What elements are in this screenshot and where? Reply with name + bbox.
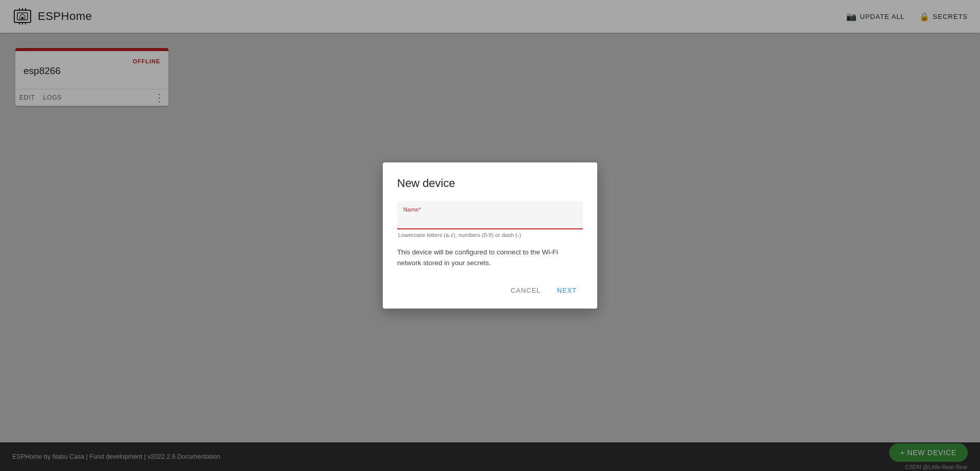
dialog-next-button[interactable]: NEXT bbox=[551, 282, 583, 298]
dialog-info-text: This device will be configured to connec… bbox=[397, 247, 583, 269]
dialog-name-label: Name* bbox=[403, 206, 577, 213]
dialog-name-field: Name* Lowercase letters (a-z), numbers (… bbox=[397, 201, 583, 238]
dialog-name-input[interactable] bbox=[403, 215, 577, 226]
dialog-name-hint: Lowercase letters (a-z), numbers (0-9) o… bbox=[397, 232, 583, 238]
dialog-cancel-button[interactable]: CANCEL bbox=[505, 282, 547, 298]
new-device-dialog: New device Name* Lowercase letters (a-z)… bbox=[383, 162, 597, 309]
dialog-title: New device bbox=[397, 177, 583, 190]
dialog-overlay: New device Name* Lowercase letters (a-z)… bbox=[0, 0, 980, 471]
dialog-name-field-wrapper: Name* bbox=[397, 201, 583, 229]
dialog-actions: CANCEL NEXT bbox=[397, 282, 583, 298]
